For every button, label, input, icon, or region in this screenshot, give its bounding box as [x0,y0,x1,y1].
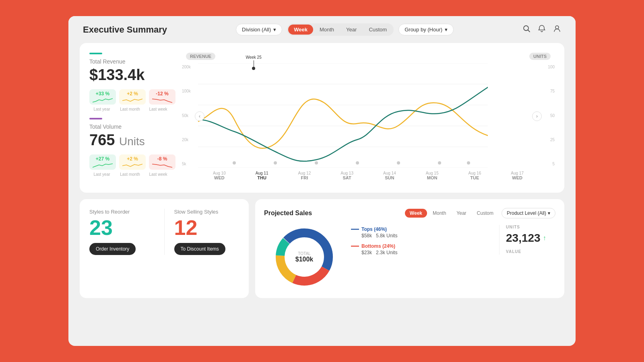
revenue-badge-month: +2 % [119,89,146,105]
bottoms-line-icon [351,245,359,247]
chart-next-btn[interactable]: › [532,111,542,121]
styles-reorder-number: 23 [89,217,155,238]
x-label-wed2: Aug 17 WED [511,171,524,180]
discount-items-btn[interactable]: To Discount Items [174,243,225,255]
chevron-down-icon: ▾ [273,27,276,33]
proj-time-filter-group: Week Month Year Custom [405,209,498,218]
y-axis-left: 200k 100k 50k 20k 5k [182,63,196,168]
units-label: UNITS [506,225,555,229]
revenue-badge-year: +33 % [89,89,116,105]
svg-point-9 [233,161,236,165]
month-filter-btn[interactable]: Month [314,25,340,35]
search-icon[interactable] [522,25,530,35]
chevron-down-icon: ▾ [445,27,448,33]
legend-bottoms: Bottoms (24%) $23k 2.3k Units [351,243,493,255]
svg-point-10 [274,161,277,165]
proj-year-btn[interactable]: Year [452,209,471,218]
donut-legend: Tops (46%) $58k 5.8k Units Bott [351,225,493,260]
chevron-down-icon: ▾ [548,210,550,216]
chart-legend: REVENUE UNITS [182,53,555,60]
projected-card: Projected Sales Week Month Year Custom P… [255,199,564,298]
label-last-year: Last year [89,107,114,111]
proj-week-btn[interactable]: Week [405,209,427,218]
order-inventory-btn[interactable]: Order Inventory [89,243,136,255]
volume-badge-year: +27 % [89,154,116,170]
slow-selling-label: Slow Selling Styles [174,209,239,215]
time-filter-group: Week Month Year Custom [287,23,394,36]
slow-selling-section: Slow Selling Styles 12 To Discount Items [174,209,239,255]
vol-label-last-year: Last year [89,172,114,177]
projected-filters: Week Month Year Custom Product Level (Al… [405,208,555,218]
reorder-card: Styles to Reorder 23 Order Inventory Slo… [80,199,249,298]
legend-tops: Tops (46%) $58k 5.8k Units [351,226,493,239]
divider [164,209,165,255]
x-label-sat: Aug 13 SAT [341,171,353,180]
label-last-month: Last month [118,107,142,111]
volume-badge-week: -8 % [149,154,175,170]
chart-svg [198,63,488,168]
division-dropdown[interactable]: Division (All) ▾ [236,24,282,35]
legend-revenue: REVENUE [186,53,215,60]
revenue-accent-bar [89,53,102,54]
week-filter-btn[interactable]: Week [288,25,313,35]
svg-point-12 [356,161,359,165]
vol-label-last-week: Last week [146,172,171,177]
header-icons [522,25,561,35]
svg-line-1 [528,30,530,32]
donut-center: TOTAL $100k [295,251,314,263]
label-last-week: Last week [146,107,171,111]
x-label-thu: Aug 11 THU [256,171,268,180]
revenue-value: $133.4k [89,66,174,84]
revenue-chart: REVENUE UNITS 200k 100k 50k 20k 5k 100 [182,53,555,183]
week-tooltip: Week 25 [246,55,261,70]
revenue-badges: +33 % +2 % -12 % [89,89,174,105]
header: Executive Summary Division (All) ▾ Week … [68,16,576,43]
svg-point-2 [555,26,559,29]
main-content: Total Revenue $133.4k +33 % +2 % -12 % [68,43,576,306]
year-filter-btn[interactable]: Year [341,25,362,35]
proj-month-btn[interactable]: Month [428,209,451,218]
x-axis: Aug 10 WED Aug 11 THU Aug 12 FRI Aug 1 [198,171,539,180]
x-label-wed1: Aug 10 WED [213,171,226,180]
volume-accent-bar [89,118,102,119]
donut-chart: TOTAL $100k [264,225,345,289]
styles-reorder-section: Styles to Reorder 23 Order Inventory [89,209,155,255]
styles-reorder-label: Styles to Reorder [89,209,155,215]
user-icon[interactable] [553,25,561,35]
svg-point-13 [397,161,400,165]
vol-label-last-month: Last month [118,172,142,177]
projected-content: TOTAL $100k Tops (46%) $58k [264,225,555,289]
reorder-inner: Styles to Reorder 23 Order Inventory Slo… [89,209,239,255]
volume-badges: +27 % +2 % -8 % [89,154,174,170]
up-arrow-icon: ↑ [543,234,546,242]
bell-icon[interactable] [538,25,546,35]
custom-filter-btn[interactable]: Custom [363,25,392,35]
units-section: UNITS 23,123 ↑ VALUE [499,225,555,255]
slow-selling-number: 12 [174,217,239,238]
projected-header: Projected Sales Week Month Year Custom P… [264,208,555,218]
revenue-title: Total Revenue [89,58,174,65]
revenue-badge-labels: Last year Last month Last week [89,107,174,111]
units-value: 23,123 ↑ [506,232,555,245]
volume-title: Total Volume [89,123,174,130]
projected-title: Projected Sales [264,210,312,217]
revenue-card: Total Revenue $133.4k +33 % +2 % -12 % [80,43,564,193]
proj-custom-btn[interactable]: Custom [472,209,498,218]
revenue-badge-week: -12 % [149,89,175,105]
x-label-fri: Aug 12 FRI [298,171,311,180]
page-title: Executive Summary [83,25,167,35]
bottom-row: Styles to Reorder 23 Order Inventory Slo… [80,199,564,298]
x-label-tue: Aug 16 TUE [469,171,481,180]
chart-inner: Week 25 [198,63,539,169]
x-label-mon: Aug 15 MON [426,171,439,180]
chart-prev-btn[interactable]: ‹ [195,111,204,121]
value-label: VALUE [506,249,555,254]
volume-value: 765 Units [89,132,174,149]
legend-units: UNITS [529,53,551,60]
header-controls: Division (All) ▾ Week Month Year Custom … [236,23,454,36]
product-level-dropdown[interactable]: Product Level (All) ▾ [502,208,555,218]
group-by-dropdown[interactable]: Group by (Hour) ▾ [398,24,454,35]
revenue-left: Total Revenue $133.4k +33 % +2 % -12 % [89,53,182,183]
svg-point-14 [438,161,441,165]
svg-point-15 [467,161,470,165]
